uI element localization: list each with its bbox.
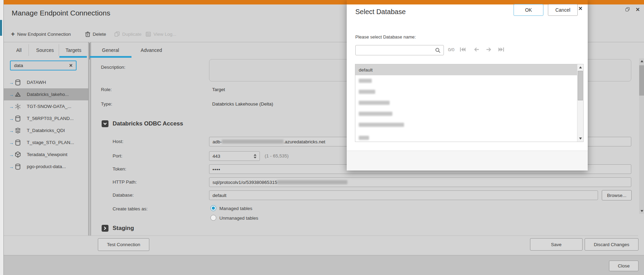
redacted-label (359, 101, 390, 105)
collapse-section-icon[interactable] (102, 120, 108, 127)
managed-tables-radio[interactable] (210, 205, 216, 211)
list-item-redacted[interactable] (355, 75, 577, 86)
plus-icon: + (11, 31, 15, 37)
browse-button[interactable]: Browse... (602, 190, 632, 200)
http-path-input[interactable]: sql/protocolv1/o/539380865315 (209, 177, 631, 187)
sidebar-item-t-databricks-qdi[interactable]: → T_Databricks_QDI (4, 124, 88, 136)
redacted-label (359, 123, 404, 127)
test-connection-button[interactable]: Test Connection (98, 238, 149, 251)
staging-section-title: Staging (113, 225, 134, 232)
list-item-redacted[interactable] (355, 108, 577, 119)
content-scrollbar[interactable] (639, 58, 644, 214)
list-item-default[interactable]: default (355, 64, 577, 75)
list-item-redacted[interactable] (355, 119, 577, 130)
delete-button[interactable]: Delete (85, 29, 106, 39)
sidebar-item-datawh[interactable]: → DATAWH (4, 76, 88, 88)
list-scroll-down-button[interactable] (577, 135, 583, 142)
role-value: Target (212, 87, 225, 92)
sidebar-item-databricks-lakehouse[interactable]: → Databricks_lakeho... (4, 88, 88, 100)
content-divider (4, 235, 638, 236)
database-search-input[interactable] (359, 47, 435, 53)
tab-general[interactable]: General (90, 44, 131, 56)
scroll-down-icon (579, 138, 582, 140)
sidebar-item-t-stage[interactable]: → T_stage_STG_PLAN... (4, 136, 88, 148)
view-log-button[interactable]: View Log... (146, 29, 176, 39)
dialog-footer (4, 255, 644, 275)
layers-icon (14, 127, 21, 134)
sidebar-item-label: T_56RPT03_PLAND... (27, 116, 74, 121)
restore-window-icon[interactable] (625, 7, 630, 12)
sidebar-item-pgo-product-data[interactable]: → pgo-product-data... (4, 161, 88, 173)
window-close-icon[interactable]: ✕ (635, 7, 640, 12)
list-item-redacted[interactable] (355, 132, 577, 142)
port-stepper[interactable] (251, 154, 256, 158)
discard-changes-button[interactable]: Discard Changes (585, 238, 639, 251)
list-scrollbar-thumb[interactable] (578, 71, 583, 100)
sidebar-item-t56rpt03[interactable]: → T_56RPT03_PLAND... (4, 112, 88, 124)
sidebar-item-label: T_Databricks_QDI (27, 128, 65, 133)
list-item-redacted[interactable] (355, 86, 577, 97)
redacted-label (359, 90, 375, 94)
sidebar-item-tgt-snow[interactable]: → TGT-SNOW-DATA_... (4, 100, 88, 112)
tab-targets[interactable]: Targets (61, 44, 85, 56)
tab-advanced[interactable]: Advanced (135, 44, 168, 56)
cube-icon (14, 151, 21, 158)
redacted-label (359, 136, 369, 140)
tab-all[interactable]: All (10, 44, 28, 56)
scroll-up-button[interactable] (639, 58, 644, 64)
tab-sources[interactable]: Sources (33, 44, 57, 56)
tab-separator (28, 44, 29, 56)
target-arrow-icon: → (9, 92, 14, 97)
port-value: 443 (212, 154, 220, 159)
tab-general-label: General (102, 47, 119, 53)
last-page-icon[interactable] (497, 45, 505, 54)
list-item-redacted[interactable] (355, 97, 577, 108)
host-redacted-segment (222, 140, 284, 144)
trash-icon (85, 31, 90, 37)
result-counter: 0/0 (448, 47, 455, 52)
sidebar-item-label: TGT-SNOW-DATA_... (27, 104, 71, 109)
database-input[interactable]: default (209, 190, 598, 200)
duplicate-label: Duplicate (122, 32, 141, 37)
modal-title: Select Database (355, 8, 406, 16)
save-label: Save (551, 242, 562, 247)
sidebar-splitter[interactable] (88, 42, 91, 236)
http-path-redacted-segment (277, 180, 347, 184)
port-input[interactable]: 443 (209, 151, 260, 161)
previous-page-icon[interactable] (472, 45, 481, 54)
database-icon (14, 79, 21, 86)
close-button[interactable]: Close (609, 261, 639, 271)
search-icon[interactable] (435, 47, 441, 53)
first-page-icon[interactable] (459, 45, 467, 54)
database-icon (14, 139, 21, 146)
save-button[interactable]: Save (530, 238, 583, 251)
endpoint-search-input[interactable]: data ✕ (10, 60, 77, 70)
screen: Manage Endpoint Connections ✕ + New Endp… (0, 0, 644, 275)
next-page-icon[interactable] (485, 45, 493, 54)
clear-search-icon[interactable]: ✕ (69, 63, 73, 68)
list-scrollbar[interactable] (577, 64, 583, 142)
database-list: default (355, 64, 584, 142)
duplicate-button[interactable]: Duplicate (114, 29, 141, 39)
cancel-button[interactable]: Cancel (548, 4, 578, 16)
target-arrow-icon: → (9, 152, 14, 157)
list-scroll-up-button[interactable] (577, 64, 583, 70)
expand-section-icon[interactable] (102, 225, 108, 232)
cancel-label: Cancel (555, 7, 571, 13)
modal-close-icon[interactable]: ✕ (578, 6, 583, 12)
target-arrow-icon: → (9, 80, 14, 85)
page-title: Manage Endpoint Connections (12, 9, 110, 17)
scrollbar-thumb[interactable] (639, 65, 644, 96)
host-value-suffix: .azuredatabricks.net (284, 139, 325, 144)
tab-advanced-label: Advanced (141, 47, 162, 53)
type-label: Type: (101, 101, 112, 107)
sidebar-item-label: pgo-product-data... (27, 164, 66, 169)
database-search-box[interactable] (355, 45, 444, 55)
new-endpoint-connection-button[interactable]: + New Endpoint Connection (11, 29, 71, 39)
discard-changes-label: Discard Changes (594, 242, 630, 247)
scroll-down-button[interactable] (639, 208, 644, 214)
type-value: Databricks Lakehouse (Delta) (212, 101, 273, 107)
unmanaged-tables-radio[interactable] (210, 215, 216, 221)
sidebar-item-teradata-viewpoint[interactable]: → Teradata_Viewpoint (4, 148, 88, 161)
ok-button[interactable]: OK (514, 4, 543, 16)
